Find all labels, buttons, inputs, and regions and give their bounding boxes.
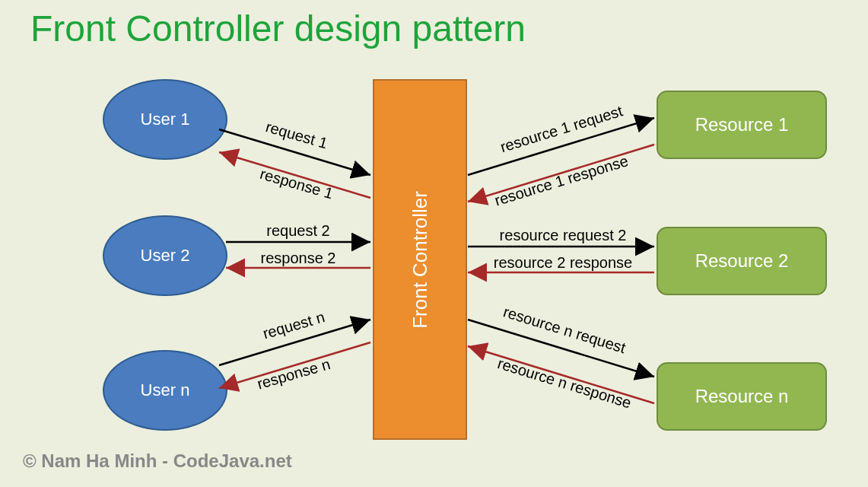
arrow-resource-1-request bbox=[468, 118, 654, 175]
user-1-node: User 1 bbox=[103, 79, 227, 160]
label-resource-n-response: resource n response bbox=[496, 355, 634, 411]
label-resource-1-request: resource 1 request bbox=[498, 102, 625, 155]
user-2-node: User 2 bbox=[103, 215, 227, 296]
resource-2-node: Resource 2 bbox=[657, 227, 827, 295]
label-response-1: response 1 bbox=[258, 165, 335, 202]
page-title: Front Controller design pattern bbox=[30, 8, 526, 49]
user-n-node: User n bbox=[103, 350, 227, 431]
arrow-resource-n-response bbox=[468, 346, 654, 403]
label-resource-2-response: resource 2 response bbox=[494, 254, 632, 271]
label-resource-2-request: resource request 2 bbox=[500, 227, 627, 244]
front-controller-label: Front Controller bbox=[409, 191, 432, 329]
user-1-label: User 1 bbox=[141, 110, 190, 129]
label-response-n: response n bbox=[255, 355, 332, 392]
arrow-request-1 bbox=[219, 129, 370, 175]
resource-1-node: Resource 1 bbox=[657, 91, 827, 159]
arrow-response-1 bbox=[219, 152, 370, 198]
front-controller-node: Front Controller bbox=[373, 79, 467, 440]
resource-2-label: Resource 2 bbox=[695, 250, 789, 272]
label-request-2: request 2 bbox=[266, 222, 329, 239]
copyright-text: © Nam Ha Minh - CodeJava.net bbox=[23, 450, 292, 472]
user-n-label: User n bbox=[141, 380, 190, 400]
arrow-response-n bbox=[219, 342, 370, 388]
resource-n-label: Resource n bbox=[695, 386, 789, 407]
resource-n-node: Resource n bbox=[657, 362, 827, 431]
label-resource-1-response: resource 1 response bbox=[493, 152, 631, 208]
label-resource-n-request: resource n request bbox=[501, 303, 628, 356]
arrow-resource-1-response bbox=[468, 145, 654, 202]
label-request-n: request n bbox=[261, 308, 326, 342]
arrow-resource-n-request bbox=[468, 320, 654, 377]
user-2-label: User 2 bbox=[141, 246, 190, 266]
resource-1-label: Resource 1 bbox=[695, 114, 789, 135]
label-request-1: request 1 bbox=[264, 118, 329, 151]
arrow-request-n bbox=[219, 320, 370, 365]
label-response-2: response 2 bbox=[261, 250, 336, 266]
